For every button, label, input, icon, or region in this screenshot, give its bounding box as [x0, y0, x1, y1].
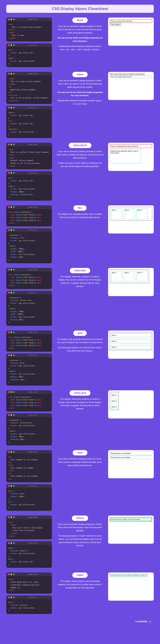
code-body: span { display: inherit; border: 2px sol… [6, 545, 52, 568]
section-inherit: index.html <div> <span> This will inheri… [6, 516, 154, 568]
section-inline: index.html <span> This is a span inline … [6, 72, 154, 138]
html-code-inherit: index.html <div> <span> This will inheri… [6, 516, 52, 540]
filename: index.html [16, 332, 50, 333]
output-div: This is a default block-level element. [110, 144, 152, 148]
filename: style.css [16, 542, 50, 544]
badge-flex: flex [73, 205, 87, 211]
html-code-inlineflex: index.html <div class="container"> <div … [6, 268, 52, 289]
section-inlineblock: index.html <div> This is a default block… [6, 143, 154, 201]
code-body: <div class="container"> <div class="item… [6, 272, 52, 289]
output-inline: This is a span inline element. Hyperlink… [108, 72, 154, 100]
css-code-block: style.css div { border: 2px solid red; }… [6, 43, 52, 67]
filename: style.css [16, 229, 50, 231]
output-span: This is a span inline element. [110, 73, 129, 75]
filename: style.css [16, 414, 50, 416]
code-body: div { border: 2px solid red; } span { bo… [6, 47, 52, 67]
html-code-inlineblock: index.html <div> This is a default block… [6, 143, 52, 169]
desc: If you set an element's display property… [55, 523, 105, 532]
output-inlinegrid: Item 1 Item 2 Item 3 [108, 390, 154, 418]
page-title: CSS Display Values Cheatsheet [6, 5, 154, 13]
flex-item: Item 2 [124, 271, 135, 282]
filename: style.css [16, 596, 50, 598]
output-flex: Item 1 Item 2 Item 3 [108, 205, 154, 234]
html-code-grid: index.html <div class="container"> <div … [6, 330, 52, 352]
css-code-inlineblock: style.css div { border: 2px solid red; }… [6, 171, 52, 201]
code-body: .container { display: flex; border: 1px … [6, 232, 52, 263]
desc: The display: grid; property transforms t… [55, 338, 105, 344]
filename: index.html [16, 516, 50, 518]
code-body: span { border: 2px solid red; } a { bord… [6, 110, 52, 138]
desc: If you set an element's display property… [55, 150, 105, 160]
grid-item: Item 3 [111, 405, 118, 409]
flex-item: Item 3 [137, 208, 148, 219]
code-body: div { display: none; height: 200px; } p … [6, 488, 52, 511]
code-body: <div> This is a block-level element. </d… [6, 21, 52, 42]
footer-credit: 𝕏 @Shefali__J [6, 619, 154, 624]
desc: The display property of <span> element i… [55, 534, 105, 547]
badge-block: block [72, 18, 88, 23]
code-body: <div> Lorem ipsum dolor sit, amet consec… [6, 576, 52, 594]
section-inlinegrid: index.html <div class="container"> <div … [6, 390, 154, 446]
html-code-flex: index.html <div class="container"> <div … [6, 205, 52, 226]
grid-container: Item 1 Item 2 Item 3 [110, 332, 152, 350]
code-body: <p> This element is not hidden. <p> <div… [6, 454, 52, 482]
desc-bold: You can set the width and height propert… [55, 36, 105, 43]
iflex-container: Item 1 Item 2 Item 3 [110, 270, 149, 283]
output-inlineblock: This is a default block-level element. D… [108, 143, 154, 171]
filename: index.html [16, 269, 50, 270]
desc: Default inline elements examples include… [55, 99, 105, 106]
code-body: <span> This is a span inline element. </… [6, 76, 52, 104]
section-none: index.html <p> This element is not hidde… [6, 450, 154, 511]
grid-item: Item 1 [111, 393, 118, 397]
section-block: index.html <div> This is a block-level e… [6, 18, 154, 67]
output-grid: Item 1 Item 2 Item 3 [108, 330, 154, 359]
output-div: This will inherit the display value from… [110, 517, 152, 522]
css-code-inlinegrid: style.css .container { display: inline-g… [6, 413, 52, 446]
code-body: <div class="container"> <div class="item… [6, 334, 52, 352]
css-code-initial: style.css div { display: initial; border… [6, 596, 52, 614]
filename: style.css [16, 292, 50, 294]
flex-item: Item 3 [137, 271, 148, 282]
section-flex: index.html <div class="container"> <div … [6, 205, 154, 263]
desc: The display: initial; property sets the … [55, 580, 105, 590]
output-p: This element is not hidden. [110, 456, 152, 459]
filename: index.html [16, 574, 50, 575]
code-body: div { display: initial; border: 2px soli… [6, 599, 52, 614]
section-initial: index.html <div> Lorem ipsum dolor sit, … [6, 572, 154, 614]
desc: If you set an element's display property… [55, 457, 105, 467]
css-code-inline: style.css span { border: 2px solid red; … [6, 106, 52, 138]
grid-item: Item 1 [111, 333, 151, 337]
css-code-flex: style.css .container { display: flex; bo… [6, 228, 52, 263]
html-code-none: index.html <p> This element is not hidde… [6, 450, 52, 482]
filename: index.html [16, 391, 50, 393]
grid-item: Item 2 [111, 399, 118, 403]
code-body: .container { display: grid; border: 1px … [6, 357, 52, 386]
flex-item: Item 2 [124, 208, 135, 219]
output-initial: Lorem ipsum dolor sit, amet consectetur … [108, 572, 154, 601]
html-code-initial: index.html <div> Lorem ipsum dolor sit, … [6, 572, 52, 594]
badge-grid: grid [73, 330, 87, 336]
code-body: div { border: 2px solid red; } span { bo… [6, 175, 52, 201]
css-code-inherit: style.css span { display: inherit; borde… [6, 541, 52, 568]
output-span: This is span. [110, 23, 121, 26]
grid-item: Item 3 [111, 345, 151, 349]
filename: style.css [16, 354, 50, 356]
flex-container: Item 1 Item 2 Item 3 [110, 207, 152, 221]
code-body: .container { display: inline-flex; borde… [6, 294, 52, 326]
output-inherit: This will inherit the display value from… [108, 516, 154, 544]
filename: index.html [16, 451, 50, 453]
output-span: This will inherit the display value from… [110, 518, 152, 521]
desc: The display: inline-flex; property is si… [55, 275, 105, 288]
badge-inlineflex: inline-flex [70, 268, 90, 273]
badge-inherit: inherit [72, 516, 88, 521]
filename: style.css [16, 485, 50, 487]
output-div: This is a block-level element. [110, 19, 152, 23]
badge-none: none [73, 450, 87, 456]
desc: It takes up only as much width as necess… [55, 162, 105, 168]
desc: If you set an element's display property… [55, 25, 105, 34]
code-body: <div class="container"> <div class="item… [6, 209, 52, 226]
output-none: This element is not hidden. This element… [108, 450, 154, 478]
flex-item: Item 1 [111, 208, 122, 219]
output-block: This is a block-level element. This is s… [108, 18, 154, 46]
output-inlineflex: Item 1 Item 2 Item 3 [108, 268, 154, 296]
